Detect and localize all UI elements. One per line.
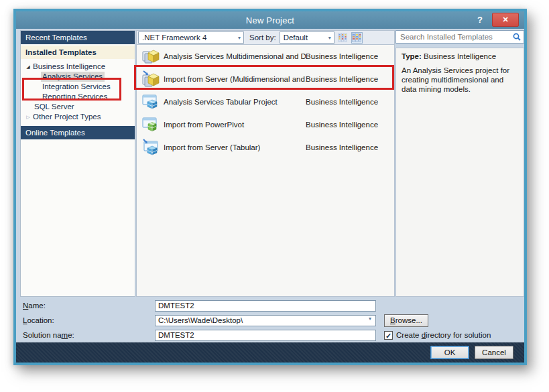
name-label: Name: [23, 302, 46, 310]
template-row-analysis-services-tabular[interactable]: Analysis Services Tabular Project Busine… [137, 90, 394, 113]
browse-button[interactable]: Browse... [384, 314, 428, 327]
tree-item-other-project-types[interactable]: ▷ Other Project Types [21, 112, 135, 122]
templates-sidebar: Recent Templates Installed Templates ◢ B… [20, 30, 135, 297]
template-name: Import from Server (Multidimensional and… [164, 75, 306, 83]
sort-dropdown[interactable]: Default ▾ [280, 31, 334, 44]
tree-item-reporting-services[interactable]: Reporting Services [21, 92, 135, 102]
solution-name-label: Solution name: [23, 331, 74, 339]
import-server-multidimensional-icon [142, 70, 160, 88]
collapse-arrow-icon[interactable]: ▷ [25, 112, 32, 122]
ok-button[interactable]: OK [430, 346, 469, 359]
sidebar-item-recent-templates[interactable]: Recent Templates [21, 31, 135, 44]
import-powerpivot-icon [142, 116, 160, 133]
location-input[interactable] [155, 315, 376, 326]
template-row-analysis-services-multidimensional[interactable]: Analysis Services Multidimensional and D… [137, 45, 394, 68]
dialog-footer: OK Cancel [16, 342, 524, 363]
small-icons-icon [338, 33, 347, 42]
name-input[interactable] [155, 300, 376, 312]
location-label: Location: [23, 316, 54, 324]
chevron-down-icon: ▾ [234, 35, 241, 41]
framework-dropdown[interactable]: .NET Framework 4 ▾ [138, 31, 244, 44]
tree-item-business-intelligence[interactable]: ◢ Business Intelligence [21, 62, 135, 72]
search-container [395, 30, 524, 44]
template-category: Business Intelligence [306, 75, 394, 83]
tree-item-analysis-services[interactable]: Analysis Services [21, 72, 135, 82]
template-list: Analysis Services Multidimensional and D… [136, 45, 395, 297]
import-server-tabular-icon [142, 139, 160, 156]
title-bar[interactable]: New Project [16, 11, 524, 29]
sidebar-item-online-templates[interactable]: Online Templates [21, 126, 135, 139]
help-button[interactable]: ? [473, 13, 487, 27]
analysis-services-multidimensional-icon [142, 48, 160, 65]
type-label: Type: [402, 52, 422, 60]
location-dropdown-icon[interactable]: ▾ [365, 316, 375, 322]
template-row-import-server-tabular[interactable]: Import from Server (Tabular) Business In… [137, 136, 394, 159]
close-button[interactable]: ✕ [492, 13, 519, 27]
create-directory-option[interactable]: ✓ Create directory for solution [384, 331, 491, 340]
location-row: Location: ▾ Browse... [16, 314, 524, 326]
template-description: An Analysis Services project for creatin… [402, 66, 517, 94]
tree-item-sql-server[interactable]: SQL Server [21, 102, 135, 112]
medium-icons-icon [352, 33, 361, 42]
template-name: Analysis Services Multidimensional and D… [164, 52, 306, 60]
analysis-services-tabular-icon [142, 93, 160, 111]
solution-name-input[interactable] [155, 330, 376, 341]
tree-item-integration-services[interactable]: Integration Services [21, 82, 135, 92]
template-details-panel: Type: Business Intelligence An Analysis … [395, 48, 524, 297]
template-category: Business Intelligence [306, 98, 394, 106]
template-name: Analysis Services Tabular Project [164, 98, 306, 106]
list-toolbar: .NET Framework 4 ▾ Sort by: Default ▾ [136, 30, 395, 45]
create-directory-label: Create directory for solution [393, 331, 491, 339]
name-row: Name: [16, 300, 524, 312]
template-category: Business Intelligence [306, 121, 394, 129]
new-project-dialog: New Project ? ✕ Recent Templates Install… [13, 9, 527, 365]
sortby-label: Sort by: [244, 34, 280, 42]
type-value: Business Intelligence [424, 52, 496, 60]
search-input[interactable] [395, 30, 524, 44]
small-icons-view-button[interactable] [337, 32, 349, 44]
template-row-import-server-multidimensional[interactable]: Import from Server (Multidimensional and… [137, 68, 394, 90]
create-directory-checkbox[interactable]: ✓ [384, 331, 393, 340]
template-row-import-powerpivot[interactable]: Import from PowerPivot Business Intellig… [137, 113, 394, 136]
cancel-button[interactable]: Cancel [475, 346, 513, 359]
search-icon[interactable] [512, 32, 522, 42]
template-type-line: Type: Business Intelligence [402, 52, 518, 60]
template-category: Business Intelligence [306, 143, 394, 151]
template-category: Business Intelligence [306, 52, 394, 60]
close-icon: ✕ [502, 15, 508, 23]
installed-templates-tree: ◢ Business Intelligence Analysis Service… [21, 59, 135, 122]
sidebar-item-installed-templates[interactable]: Installed Templates [21, 46, 135, 59]
chevron-down-icon: ▾ [324, 35, 331, 41]
template-name: Import from Server (Tabular) [164, 143, 306, 151]
solution-name-row: Solution name: ✓ Create directory for so… [16, 329, 524, 341]
dialog-title: New Project [246, 15, 294, 25]
template-name: Import from PowerPivot [164, 121, 306, 129]
medium-icons-view-button[interactable] [351, 32, 363, 44]
expand-arrow-icon[interactable]: ◢ [25, 62, 32, 72]
